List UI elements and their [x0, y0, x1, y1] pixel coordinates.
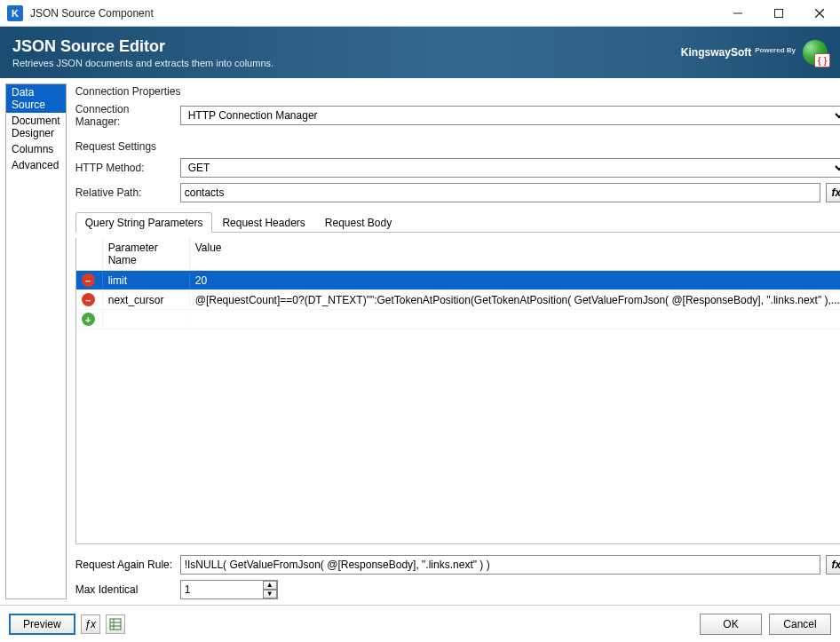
- maximize-icon: [774, 9, 783, 18]
- grid-icon: [109, 618, 122, 630]
- param-name-cell[interactable]: next_cursor: [103, 292, 190, 308]
- relative-path-label: Relative Path:: [75, 186, 175, 199]
- row-delete-button[interactable]: –: [76, 272, 103, 289]
- designer-tool-button[interactable]: [106, 614, 125, 634]
- maximize-button[interactable]: [758, 0, 799, 27]
- spin-up-button[interactable]: ▲: [263, 581, 277, 590]
- header-banner: JSON Source Editor Retrieves JSON docume…: [0, 27, 840, 78]
- max-identical-stepper[interactable]: ▲ ▼: [180, 580, 278, 599]
- param-value-cell[interactable]: 20: [190, 273, 840, 289]
- fx-icon: ƒx: [84, 618, 96, 630]
- powered-by-label: Powered By: [755, 46, 796, 54]
- app-icon: K: [7, 5, 23, 21]
- svg-rect-4: [110, 619, 121, 630]
- minus-icon: –: [82, 293, 95, 306]
- table-row[interactable]: – limit 20: [76, 271, 840, 290]
- brand-name: KingswaySoft: [681, 46, 751, 59]
- ok-button[interactable]: OK: [700, 614, 762, 635]
- sidebar-item-data-source[interactable]: Data Source: [6, 84, 66, 113]
- bottom-toolbar: Preview ƒx OK Cancel: [0, 605, 840, 642]
- tab-request-body[interactable]: Request Body: [315, 212, 401, 233]
- params-table-header: Parameter Name Value: [76, 238, 840, 271]
- relative-path-input[interactable]: [180, 183, 820, 202]
- connection-manager-select[interactable]: HTTP Connection Manager: [180, 106, 840, 125]
- col-value: Value: [190, 238, 840, 270]
- connection-properties-title: Connection Properties: [75, 85, 840, 98]
- minimize-icon: [733, 9, 742, 18]
- cancel-button[interactable]: Cancel: [769, 614, 831, 635]
- http-method-label: HTTP Method:: [75, 162, 175, 174]
- col-action: [76, 238, 103, 270]
- close-icon: [815, 9, 824, 18]
- titlebar: K JSON Source Component: [0, 0, 840, 27]
- brand-logo: KingswaySoft Powered By: [681, 46, 796, 59]
- content-area: Connection Properties Connection Manager…: [67, 78, 840, 605]
- preview-button[interactable]: Preview: [9, 614, 75, 635]
- request-again-input[interactable]: [180, 555, 820, 575]
- spin-down-button[interactable]: ▼: [263, 590, 277, 598]
- sidebar-item-document-designer[interactable]: Document Designer: [6, 113, 66, 141]
- table-row-add[interactable]: +: [76, 310, 840, 329]
- row-add-button[interactable]: +: [76, 311, 103, 328]
- connection-manager-label: Connection Manager:: [75, 103, 175, 128]
- page-subtitle: Retrieves JSON documents and extracts th…: [12, 58, 273, 68]
- params-table: Parameter Name Value – limit 20 – next_c…: [75, 238, 840, 544]
- window-title: JSON Source Component: [30, 7, 717, 20]
- page-title: JSON Source Editor: [12, 37, 273, 56]
- minus-icon: –: [82, 273, 95, 287]
- request-again-label: Request Again Rule:: [75, 559, 175, 571]
- sidebar-item-columns[interactable]: Columns: [6, 141, 66, 157]
- request-again-fx-button[interactable]: fx: [826, 555, 840, 575]
- svg-rect-1: [775, 9, 783, 17]
- request-tabs: Query String Parameters Request Headers …: [75, 211, 840, 233]
- close-button[interactable]: [799, 0, 840, 27]
- relative-path-fx-button[interactable]: fx: [826, 183, 840, 202]
- json-globe-icon: [803, 40, 828, 65]
- tab-request-headers[interactable]: Request Headers: [212, 212, 314, 233]
- param-name-cell[interactable]: limit: [103, 273, 190, 289]
- tab-query-string-parameters[interactable]: Query String Parameters: [75, 212, 213, 233]
- param-value-cell[interactable]: @[RequestCount]==0?(DT_NTEXT)"":GetToken…: [190, 292, 840, 308]
- request-settings-title: Request Settings: [75, 140, 840, 153]
- plus-icon: +: [82, 313, 95, 326]
- sidebar-item-advanced[interactable]: Advanced: [6, 157, 66, 173]
- col-parameter-name: Parameter Name: [103, 238, 190, 270]
- fx-tool-button[interactable]: ƒx: [81, 614, 100, 634]
- minimize-button[interactable]: [717, 0, 758, 27]
- max-identical-label: Max Identical: [75, 583, 175, 596]
- sidebar: Data Source Document Designer Columns Ad…: [5, 83, 67, 599]
- row-delete-button[interactable]: –: [76, 291, 103, 308]
- http-method-select[interactable]: GET: [180, 158, 840, 178]
- table-row[interactable]: – next_cursor @[RequestCount]==0?(DT_NTE…: [76, 290, 840, 310]
